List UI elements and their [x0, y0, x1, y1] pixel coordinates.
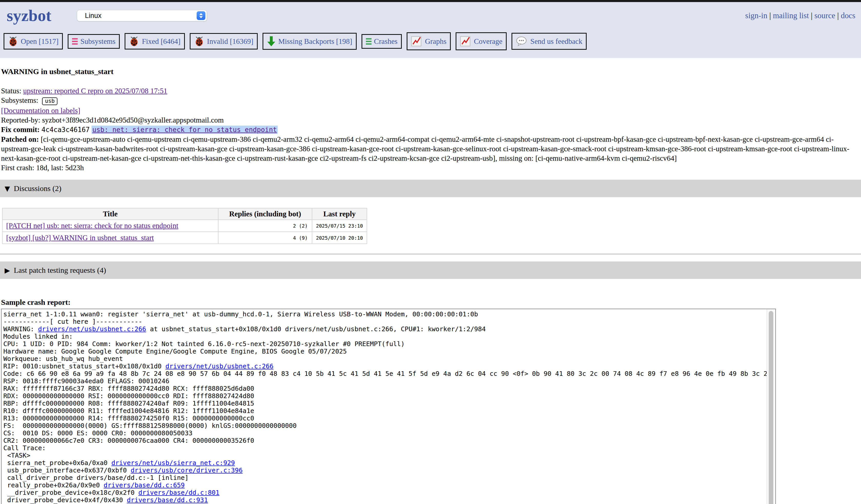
toolbar-button-label: Coverage	[474, 37, 502, 46]
last-reply-date: 2025/07/15 23:10	[312, 220, 367, 232]
discussions-section-label: Discussions (2)	[14, 184, 62, 193]
toolbar-button-invalid-16369[interactable]: Invalid [16369]	[190, 33, 258, 50]
crash-scrollbar[interactable]	[767, 309, 775, 504]
column-header: Title	[2, 208, 218, 220]
labels-doc-link[interactable]: [Documentation on labels]	[1, 106, 80, 114]
toolbar-button-label: Missing Backports [198]	[278, 37, 352, 46]
status-line: Status: upstream: reported C repro on 20…	[1, 86, 861, 96]
discussions-table: TitleReplies (including bot)Last reply […	[2, 208, 367, 244]
status-label: Status:	[1, 87, 23, 95]
window-top-strip	[0, 0, 861, 2]
list-green-icon	[366, 38, 371, 45]
table-row: [PATCH net] usb: net: sierra: check for …	[2, 220, 367, 232]
doc-line: [Documentation on labels]	[1, 106, 861, 115]
crash-report-box: sierra_net 1-1:0.11 wwan0: register 'sie…	[1, 309, 776, 504]
source-link[interactable]: drivers/net/usb/usbnet.c:266	[165, 363, 273, 370]
nav-separator: |	[767, 11, 773, 20]
toolbar-button-label: Send us feedback	[530, 37, 582, 46]
table-row: [syzbot] [usb?] WARNING in usbnet_status…	[2, 232, 367, 244]
reported-by-label: Reported-by:	[1, 116, 42, 124]
fix-commit-hash: 4c4ca3c46167	[42, 126, 90, 134]
replies-count: 4 (9)	[218, 232, 312, 244]
column-header: Replies (including bot)	[218, 208, 312, 220]
first-crash-line: First crash: 18d, last: 5d23h	[1, 163, 861, 173]
os-select[interactable]: Linux	[77, 10, 207, 21]
fix-commit-link[interactable]: usb: net: sierra: check for no status en…	[92, 126, 278, 134]
bug-icon	[8, 36, 18, 46]
bug-icon	[194, 36, 204, 46]
crash-scrollbar-thumb[interactable]	[769, 311, 773, 504]
patched-on-paragraph: Patched on: [ci-qemu-gce-upstream-auto c…	[1, 135, 861, 163]
discussion-title-link[interactable]: [syzbot] [usb?] WARNING in usbnet_status…	[6, 233, 154, 242]
nav-separator: |	[809, 11, 815, 20]
last-reply-date: 2025/07/10 20:10	[312, 232, 367, 244]
reported-by-email: syzbot+3f89ec3d1d0842e95d50@syzkaller.ap…	[42, 116, 223, 124]
source-link[interactable]: drivers/net/usb/sierra_net.c:929	[111, 459, 235, 466]
toolbar: Open [1517]SubsystemsFixed [6464]Invalid…	[4, 32, 861, 50]
nav-link-sign-in[interactable]: sign-in	[746, 11, 767, 20]
toolbar-button-label: Open [1517]	[21, 37, 58, 46]
replies-count: 2 (2)	[218, 220, 312, 232]
subsystems-label: Subsystems:	[1, 96, 40, 104]
collapse-expanded-icon: ▼	[5, 185, 10, 192]
subsystems-line: Subsystems: usb	[1, 96, 861, 106]
bug-icon	[129, 36, 139, 46]
crash-report-text: sierra_net 1-1:0.11 wwan0: register 'sie…	[2, 309, 775, 504]
select-stepper-icon	[197, 11, 205, 20]
crash-report-heading: Sample crash report:	[1, 298, 861, 307]
source-link[interactable]: drivers/base/dd.c:801	[138, 489, 219, 496]
toolbar-button-crashes[interactable]: Crashes	[361, 34, 402, 49]
toolbar-button-subsystems[interactable]: Subsystems	[68, 34, 120, 49]
source-link[interactable]: drivers/net/usb/usbnet.c:266	[38, 325, 146, 333]
patch-testing-section-label: Last patch testing requests (4)	[14, 266, 106, 275]
list-pink-icon	[72, 38, 78, 45]
nav-separator: |	[835, 11, 841, 20]
nav-link-mailing-list[interactable]: mailing list	[773, 11, 809, 20]
toolbar-button-label: Fixed [6464]	[142, 37, 180, 46]
top-nav: sign-in | mailing list | source | docs	[746, 11, 855, 20]
speech-icon	[516, 36, 528, 47]
page-header: syzbot Linux sign-in | mailing list | so…	[0, 2, 861, 58]
syzbot-logo[interactable]: syzbot	[7, 6, 51, 25]
chart-icon	[411, 36, 422, 47]
toolbar-button-missing-backports-198[interactable]: Missing Backports [198]	[262, 33, 356, 50]
toolbar-button-label: Subsystems	[80, 37, 115, 46]
patched-on-text: [ci-qemu-gce-upstream-auto ci-qemu-upstr…	[1, 135, 849, 162]
subsystem-chip[interactable]: usb	[42, 97, 57, 105]
toolbar-button-label: Graphs	[425, 37, 447, 46]
chart-icon	[460, 36, 471, 47]
reported-by-line: Reported-by: syzbot+3f89ec3d1d0842e95d50…	[1, 115, 861, 125]
page-title: WARNING in usbnet_status_start	[1, 67, 861, 76]
discussion-title-link[interactable]: [PATCH net] usb: net: sierra: check for …	[6, 221, 178, 230]
patch-testing-section-header[interactable]: ▶ Last patch testing requests (4)	[0, 261, 861, 279]
discussions-section-header[interactable]: ▼ Discussions (2)	[0, 180, 861, 197]
nav-link-docs[interactable]: docs	[841, 11, 855, 20]
status-link[interactable]: upstream: reported C repro on 2025/07/08…	[23, 87, 167, 95]
source-link[interactable]: drivers/usb/core/driver.c:396	[131, 466, 243, 474]
source-link[interactable]: drivers/base/dd.c:659	[104, 481, 184, 489]
source-link[interactable]: drivers/base/dd.c:931	[127, 496, 208, 504]
toolbar-button-graphs[interactable]: Graphs	[407, 32, 451, 50]
toolbar-button-label: Invalid [16369]	[207, 37, 253, 46]
section-divider	[0, 254, 861, 254]
fix-commit-label: Fix commit:	[1, 125, 42, 134]
os-select-value: Linux	[85, 12, 197, 20]
column-header: Last reply	[312, 208, 367, 220]
toolbar-button-send-us-feedback[interactable]: Send us feedback	[511, 33, 587, 50]
patched-on-label: Patched on:	[1, 135, 41, 143]
discussions-table-header-row: TitleReplies (including bot)Last reply	[2, 208, 367, 220]
toolbar-button-label: Crashes	[374, 37, 398, 46]
toolbar-button-open-1517[interactable]: Open [1517]	[4, 33, 63, 50]
toolbar-button-coverage[interactable]: Coverage	[456, 32, 507, 50]
fix-commit-line: Fix commit: 4c4ca3c46167 usb: net: sierr…	[1, 125, 861, 135]
toolbar-button-fixed-6464[interactable]: Fixed [6464]	[125, 33, 185, 50]
bug-metadata: Status: upstream: reported C repro on 20…	[1, 86, 861, 173]
down-arrow-icon	[267, 36, 276, 47]
collapse-collapsed-icon: ▶	[5, 267, 10, 274]
nav-link-source[interactable]: source	[815, 11, 835, 20]
